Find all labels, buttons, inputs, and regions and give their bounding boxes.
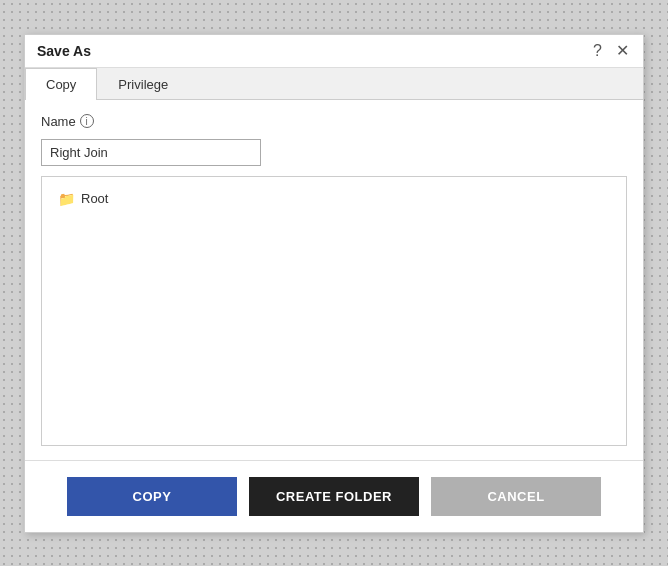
name-input[interactable] bbox=[41, 139, 261, 166]
tab-privilege[interactable]: Privilege bbox=[97, 68, 189, 100]
folder-item-root[interactable]: 📁 Root bbox=[52, 187, 616, 211]
dialog-overlay: Save As ? ✕ Copy Privilege Name bbox=[0, 0, 668, 566]
folder-label: Root bbox=[81, 191, 108, 206]
name-label: Name i bbox=[41, 114, 627, 129]
tabs: Copy Privilege bbox=[25, 68, 643, 100]
dialog-body: Copy Privilege Name i 📁 bbox=[25, 68, 643, 460]
tab-content-copy: Name i 📁 Root bbox=[25, 100, 643, 460]
folder-tree: 📁 Root bbox=[41, 176, 627, 446]
tab-copy[interactable]: Copy bbox=[25, 68, 97, 100]
help-button[interactable]: ? bbox=[591, 43, 604, 59]
folder-icon: 📁 bbox=[58, 191, 75, 207]
dialog-title: Save As bbox=[37, 43, 91, 59]
save-as-dialog: Save As ? ✕ Copy Privilege Name bbox=[24, 34, 644, 533]
copy-button[interactable]: COPY bbox=[67, 477, 237, 516]
create-folder-button[interactable]: CREATE FOLDER bbox=[249, 477, 419, 516]
dialog-footer: COPY CREATE FOLDER CANCEL bbox=[25, 460, 643, 532]
name-info-icon[interactable]: i bbox=[80, 114, 94, 128]
dialog-controls: ? ✕ bbox=[591, 43, 631, 59]
cancel-button[interactable]: CANCEL bbox=[431, 477, 601, 516]
close-button[interactable]: ✕ bbox=[614, 43, 631, 59]
dialog-titlebar: Save As ? ✕ bbox=[25, 35, 643, 68]
